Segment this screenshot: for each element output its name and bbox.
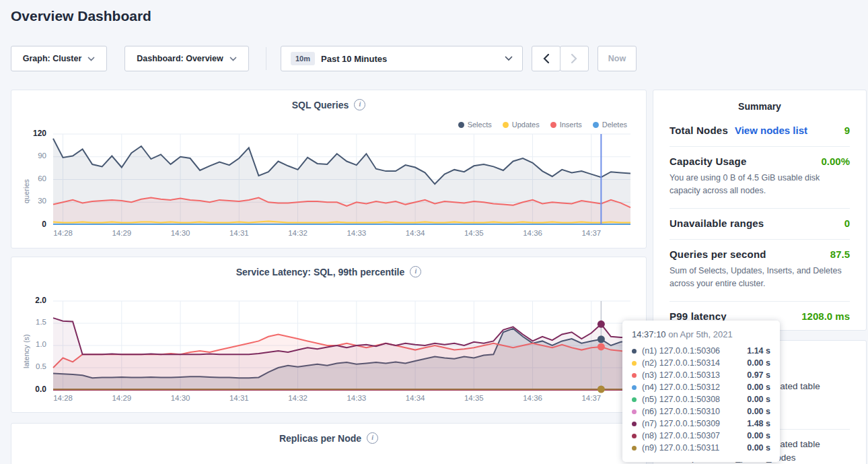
legend-dot bbox=[503, 122, 509, 128]
time-range-selector[interactable]: 10m Past 10 Minutes bbox=[281, 46, 523, 71]
x-axis-tick: 14:35 bbox=[454, 229, 494, 237]
node-latency-value: 0.00 s bbox=[747, 383, 770, 392]
info-icon[interactable]: i bbox=[410, 266, 421, 277]
tooltip-rows: (n1) 127.0.0.1:503061.14 s(n2) 127.0.0.1… bbox=[632, 345, 770, 454]
summary-row-total-nodes: Total Nodes View nodes list 9 bbox=[670, 116, 850, 147]
node-address: (n5) 127.0.0.1:50308 bbox=[642, 395, 747, 404]
x-axis-tick: 14:31 bbox=[219, 229, 259, 237]
dashboard-dropdown-label: Dashboard: Overview bbox=[137, 54, 223, 63]
hover-point bbox=[598, 386, 605, 393]
summary-row-capacity: Capacity Usage 0.00% You are using 0 B o… bbox=[670, 147, 850, 209]
info-icon[interactable]: i bbox=[367, 432, 378, 444]
latency-title: Service Latency: SQL, 99th percentile bbox=[236, 267, 405, 277]
node-color-dot bbox=[632, 446, 637, 451]
toolbar-divider bbox=[266, 47, 266, 70]
x-axis-tick: 14:30 bbox=[160, 394, 201, 402]
summary-row-unavailable: Unavailable ranges 0 bbox=[670, 209, 850, 240]
capacity-usage-value: 0.00% bbox=[821, 156, 850, 167]
x-axis-tick: 14:36 bbox=[513, 394, 553, 402]
y-axis-tick: 0.5 bbox=[11, 362, 46, 370]
sql-queries-title: SQL Queries bbox=[292, 100, 349, 110]
x-axis-tick: 14:35 bbox=[454, 394, 494, 402]
chevron-down-icon bbox=[229, 57, 237, 61]
tooltip-row: (n5) 127.0.0.1:503080.00 s bbox=[632, 393, 770, 405]
y-axis-tick: 60 bbox=[11, 174, 46, 183]
capacity-usage-label: Capacity Usage bbox=[670, 156, 747, 167]
replicas-card: Replicas per Node i bbox=[11, 423, 647, 464]
tooltip-row: (n7) 127.0.0.1:503091.48 s bbox=[632, 418, 770, 430]
node-address: (n7) 127.0.0.1:50309 bbox=[642, 419, 747, 428]
x-axis-tick: 14:30 bbox=[160, 229, 201, 237]
queries-per-second-description: Sum of Selects, Updates, Inserts, and De… bbox=[670, 265, 850, 291]
page-title: Overview Dashboard bbox=[11, 8, 151, 24]
tooltip-date: on Apr 5th, 2021 bbox=[666, 329, 733, 339]
graph-dropdown-label: Graph: Cluster bbox=[23, 54, 82, 63]
legend-label: Updates bbox=[512, 121, 540, 129]
node-color-dot bbox=[632, 361, 637, 366]
total-nodes-value: 9 bbox=[844, 125, 850, 136]
prev-time-button[interactable] bbox=[532, 46, 560, 71]
dashboard-dropdown[interactable]: Dashboard: Overview bbox=[124, 46, 249, 71]
node-address: (n9) 127.0.0.1:50311 bbox=[642, 443, 747, 453]
sql-latency-plot[interactable] bbox=[11, 296, 646, 407]
node-address: (n8) 127.0.0.1:50307 bbox=[642, 431, 747, 440]
tooltip-row: (n6) 127.0.0.1:503100.00 s bbox=[632, 405, 770, 418]
summary-title: Summary bbox=[653, 90, 866, 116]
graph-dropdown[interactable]: Graph: Cluster bbox=[11, 46, 107, 71]
tooltip-row: (n1) 127.0.0.1:503061.14 s bbox=[632, 345, 770, 357]
legend-dot bbox=[550, 122, 556, 128]
node-latency-value: 0.00 s bbox=[747, 443, 770, 453]
y-axis-tick: 90 bbox=[11, 152, 46, 160]
unavailable-ranges-label: Unavailable ranges bbox=[670, 218, 764, 229]
next-time-button[interactable] bbox=[560, 46, 589, 71]
node-address: (n6) 127.0.0.1:50310 bbox=[642, 407, 747, 416]
queries-per-second-value: 87.5 bbox=[830, 248, 850, 260]
hover-point bbox=[598, 335, 605, 343]
sql-queries-chart[interactable]: 14:2814:2914:3014:3114:3214:3314:3414:35… bbox=[11, 129, 646, 242]
now-button[interactable]: Now bbox=[598, 46, 637, 71]
total-nodes-label: Total Nodes bbox=[670, 125, 728, 136]
x-axis-tick: 14:37 bbox=[571, 394, 612, 402]
latency-chart[interactable]: 14:2814:2914:3014:3114:3214:3314:3414:35… bbox=[11, 296, 646, 407]
node-color-dot bbox=[632, 385, 637, 390]
node-latency-value: 0.00 s bbox=[747, 395, 770, 404]
latency-tooltip: 14:37:10 on Apr 5th, 2021 (n1) 127.0.0.1… bbox=[622, 321, 780, 462]
legend-label: Inserts bbox=[560, 121, 582, 129]
tooltip-row: (n4) 127.0.0.1:503120.00 s bbox=[632, 381, 770, 393]
tooltip-header: 14:37:10 on Apr 5th, 2021 bbox=[632, 329, 770, 339]
sql-queries-plot[interactable] bbox=[11, 129, 646, 242]
y-axis-tick: 1.5 bbox=[11, 318, 46, 326]
legend-label: Selects bbox=[468, 121, 492, 129]
chevron-down-icon bbox=[87, 57, 95, 61]
info-icon[interactable]: i bbox=[354, 99, 365, 110]
node-address: (n1) 127.0.0.1:50306 bbox=[642, 346, 747, 356]
unavailable-ranges-value: 0 bbox=[844, 218, 850, 229]
y-axis-tick: 120 bbox=[11, 129, 46, 138]
x-axis-tick: 14:29 bbox=[102, 394, 142, 402]
node-color-dot bbox=[632, 409, 637, 414]
legend-item-updates: Updates bbox=[503, 121, 540, 129]
x-axis-tick: 14:28 bbox=[43, 229, 83, 237]
summary-row-qps: Queries per second 87.5 Sum of Selects, … bbox=[670, 240, 850, 302]
replicas-title: Replicas per Node bbox=[279, 433, 361, 444]
node-color-dot bbox=[632, 373, 637, 378]
x-axis-tick: 14:34 bbox=[395, 229, 435, 237]
hover-point bbox=[598, 343, 605, 350]
tooltip-row: (n2) 127.0.0.1:503140.00 s bbox=[632, 357, 770, 369]
node-color-dot bbox=[632, 422, 637, 426]
node-color-dot bbox=[632, 349, 637, 354]
x-axis-tick: 14:33 bbox=[336, 394, 377, 402]
node-color-dot bbox=[632, 434, 637, 438]
legend-item-inserts: Inserts bbox=[550, 121, 582, 129]
node-latency-value: 1.14 s bbox=[747, 346, 770, 356]
y-axis-tick: 0 bbox=[11, 220, 46, 229]
chevron-down-icon bbox=[505, 56, 513, 61]
node-latency-value: 0.97 s bbox=[747, 370, 770, 380]
x-axis-tick: 14:32 bbox=[278, 394, 318, 402]
node-latency-value: 0.00 s bbox=[747, 407, 770, 416]
time-range-badge: 10m bbox=[291, 52, 315, 65]
y-axis-tick: 30 bbox=[11, 197, 46, 205]
node-address: (n3) 127.0.0.1:50313 bbox=[642, 370, 747, 380]
view-nodes-list-link[interactable]: View nodes list bbox=[735, 125, 807, 136]
queries-per-second-label: Queries per second bbox=[670, 248, 766, 260]
